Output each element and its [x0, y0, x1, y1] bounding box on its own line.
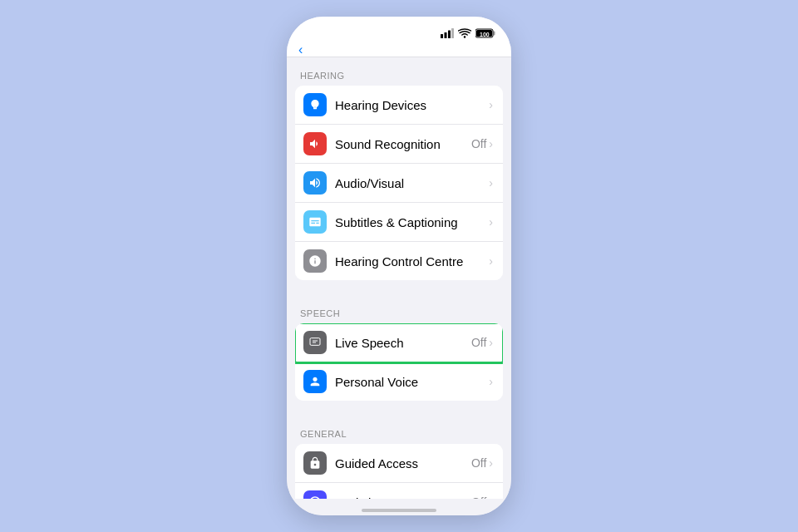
list-item-audio-visual[interactable]: Audio/Visual›: [295, 164, 503, 203]
chevron-icon-subtitles-captioning: ›: [489, 215, 493, 229]
list-item-subtitles-captioning[interactable]: Subtitles & Captioning›: [295, 203, 503, 242]
item-right-guided-access: Off›: [471, 456, 493, 470]
icon-hearing-devices: [303, 93, 327, 116]
svg-rect-9: [310, 338, 320, 346]
chevron-icon-personal-voice: ›: [489, 375, 493, 388]
label-guided-access: Guided Access: [335, 456, 471, 470]
chevron-icon-guided-access: ›: [489, 456, 493, 470]
chevron-icon-sound-recognition: ›: [489, 137, 493, 150]
list-group-hearing: Hearing Devices›Sound RecognitionOff›Aud…: [295, 86, 503, 280]
list-item-hearing-devices[interactable]: Hearing Devices›: [295, 86, 503, 125]
signal-icon: [441, 28, 454, 38]
wifi-icon: [458, 28, 471, 38]
svg-rect-0: [441, 34, 443, 38]
item-value-guided-access: Off: [471, 456, 486, 470]
item-right-audio-visual: ›: [489, 176, 493, 190]
chevron-icon-assistive-access: ›: [489, 495, 493, 499]
section-header-general: GENERAL: [287, 416, 511, 444]
item-right-personal-voice: ›: [489, 375, 493, 388]
icon-subtitles-captioning: [303, 210, 327, 234]
home-bar: [362, 509, 436, 512]
label-hearing-devices: Hearing Devices: [335, 98, 489, 112]
section-header-hearing: HEARING: [287, 57, 511, 86]
chevron-icon-audio-visual: ›: [489, 176, 493, 190]
item-right-sound-recognition: Off›: [471, 137, 493, 150]
svg-rect-6: [494, 32, 495, 36]
nav-bar: ‹: [287, 47, 511, 57]
label-personal-voice: Personal Voice: [335, 375, 489, 389]
item-right-live-speech: Off›: [471, 336, 493, 349]
svg-text:100: 100: [480, 32, 490, 37]
icon-live-speech: [303, 331, 327, 354]
status-bar: 100: [287, 17, 511, 47]
item-value-live-speech: Off: [471, 336, 486, 349]
label-sound-recognition: Sound Recognition: [335, 137, 471, 151]
icon-hearing-control-centre: [303, 249, 327, 273]
svg-point-4: [464, 36, 466, 37]
phone-frame: 100 ‹ HEARINGHearing Devices›Sound Recog…: [287, 17, 511, 515]
icon-audio-visual: [303, 171, 327, 195]
home-indicator: [287, 499, 511, 515]
label-subtitles-captioning: Subtitles & Captioning: [335, 215, 489, 229]
item-right-hearing-control-centre: ›: [489, 254, 493, 268]
icon-guided-access: [303, 451, 327, 475]
label-assistive-access: Assistive Access: [335, 495, 471, 500]
icon-personal-voice: [303, 370, 327, 393]
list-item-live-speech[interactable]: Live SpeechOff›: [295, 323, 503, 362]
chevron-icon-hearing-devices: ›: [489, 98, 493, 111]
battery-icon: 100: [475, 28, 496, 38]
icon-sound-recognition: [303, 132, 327, 155]
list-group-speech: Live SpeechOff›Personal Voice›: [295, 323, 503, 401]
item-right-hearing-devices: ›: [489, 98, 493, 111]
content-area: HEARINGHearing Devices›Sound Recognition…: [287, 57, 511, 499]
status-icons: 100: [441, 28, 496, 38]
label-audio-visual: Audio/Visual: [335, 176, 489, 190]
list-group-general: Guided AccessOff›Assistive AccessOff›Sir…: [295, 444, 503, 499]
list-item-hearing-control-centre[interactable]: Hearing Control Centre›: [295, 242, 503, 280]
list-item-guided-access[interactable]: Guided AccessOff›: [295, 444, 503, 483]
list-item-assistive-access[interactable]: Assistive AccessOff›: [295, 483, 503, 499]
item-value-assistive-access: Off: [471, 495, 486, 499]
back-chevron-icon: ‹: [298, 42, 303, 57]
svg-rect-1: [445, 32, 447, 38]
chevron-icon-live-speech: ›: [489, 336, 493, 349]
list-item-sound-recognition[interactable]: Sound RecognitionOff›: [295, 125, 503, 164]
label-hearing-control-centre: Hearing Control Centre: [335, 254, 489, 268]
list-item-personal-voice[interactable]: Personal Voice›: [295, 362, 503, 401]
item-right-subtitles-captioning: ›: [489, 215, 493, 229]
item-value-sound-recognition: Off: [471, 137, 486, 150]
icon-assistive-access: [303, 490, 327, 499]
label-live-speech: Live Speech: [335, 336, 471, 350]
section-header-speech: SPEECH: [287, 295, 511, 323]
item-right-assistive-access: Off›: [471, 495, 493, 499]
back-button[interactable]: ‹: [298, 42, 304, 57]
svg-rect-2: [448, 31, 451, 39]
svg-rect-3: [451, 28, 454, 38]
chevron-icon-hearing-control-centre: ›: [489, 254, 493, 268]
